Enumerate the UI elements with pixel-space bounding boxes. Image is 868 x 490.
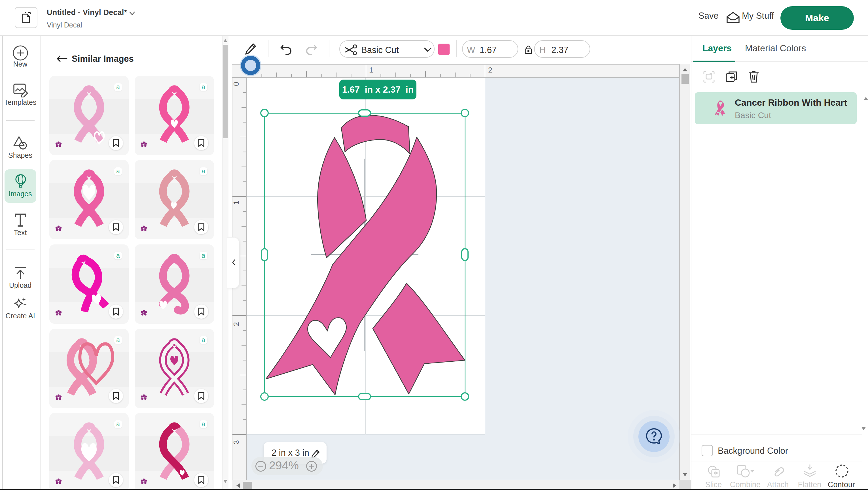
svg-text:2: 2 (488, 66, 492, 74)
svg-text:1: 1 (232, 200, 240, 204)
svg-text:0: 0 (232, 82, 240, 86)
svg-text:1: 1 (369, 66, 373, 74)
svg-text:3: 3 (232, 440, 240, 444)
svg-text:2: 2 (232, 322, 240, 326)
